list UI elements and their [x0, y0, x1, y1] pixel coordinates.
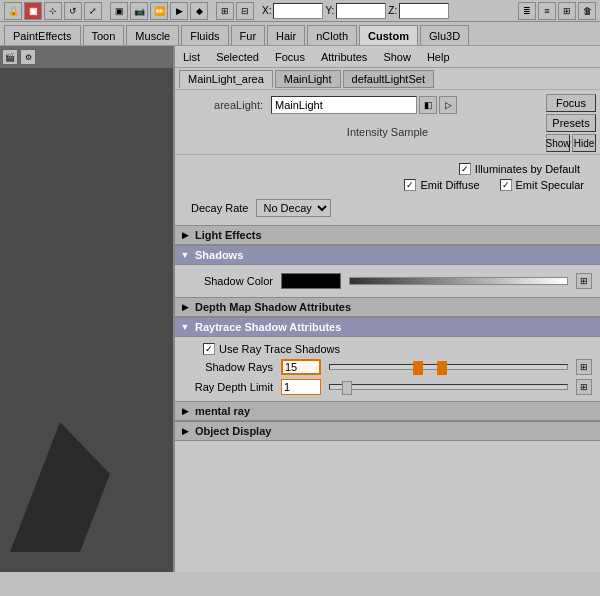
menu-show[interactable]: Show	[379, 49, 415, 65]
main-layout: 🎬 ⚙ List Selected Focus Attributes Show …	[0, 46, 600, 572]
mental-ray-header[interactable]: ▶ mental ray	[175, 401, 600, 421]
shadows-arrow: ▼	[179, 249, 191, 261]
step-icon[interactable]: ⊟	[236, 2, 254, 20]
viewport-btn2[interactable]: ⚙	[20, 49, 36, 65]
illuminates-label: Illuminates by Default	[475, 163, 580, 175]
object-display-header[interactable]: ▶ Object Display	[175, 421, 600, 441]
shadows-title: Shadows	[195, 249, 243, 261]
z-input[interactable]	[399, 3, 449, 19]
x-label: X:	[262, 5, 271, 16]
viewport-icon[interactable]: 🎬	[2, 49, 18, 65]
y-input[interactable]	[336, 3, 386, 19]
attr-tab-mainlight-area[interactable]: MainLight_area	[179, 70, 273, 88]
hide-button[interactable]: Hide	[572, 134, 596, 152]
attr-tabs-bar: MainLight_area MainLight defaultLightSet	[175, 68, 600, 90]
shadow-rays-thumb2[interactable]	[437, 361, 447, 375]
z-label: Z:	[388, 5, 397, 16]
object-display-arrow: ▶	[179, 425, 191, 437]
emit-specular-checkbox[interactable]	[500, 179, 512, 191]
presets-button[interactable]: Presets	[546, 114, 596, 132]
menu-tabs-bar: PaintEffects Toon Muscle Fluids Fur Hair…	[0, 22, 600, 46]
render-icon[interactable]: ▣	[110, 2, 128, 20]
x-input[interactable]	[273, 3, 323, 19]
grid-icon[interactable]: ⊞	[216, 2, 234, 20]
shadow-color-btn[interactable]: ⊞	[576, 273, 592, 289]
shadow-rays-btn[interactable]: ⊞	[576, 359, 592, 375]
tab-muscle[interactable]: Muscle	[126, 25, 179, 45]
emit-diffuse-row: Emit Diffuse	[404, 179, 479, 191]
menu-list[interactable]: List	[179, 49, 204, 65]
shadow-rays-track	[329, 364, 568, 370]
select-icon[interactable]: ▣	[24, 2, 42, 20]
decay-rate-row: Decay Rate No Decay Linear Quadratic Cub…	[183, 195, 592, 221]
area-light-btn1[interactable]: ◧	[419, 96, 437, 114]
anim-icon[interactable]: ⏩	[150, 2, 168, 20]
ray-depth-btn[interactable]: ⊞	[576, 379, 592, 395]
lock-icon[interactable]: 🔒	[4, 2, 22, 20]
mental-ray-title: mental ray	[195, 405, 250, 417]
raytrace-title: Raytrace Shadow Attributes	[195, 321, 341, 333]
light-effects-arrow: ▶	[179, 229, 191, 241]
ray-depth-track	[329, 384, 568, 390]
area-light-row: areaLight: ◧ ▷	[179, 96, 596, 114]
keyframe-icon[interactable]: ◆	[190, 2, 208, 20]
menu-focus[interactable]: Focus	[271, 49, 309, 65]
shadow-color-row: Shadow Color ⊞	[183, 269, 592, 293]
menu-attributes[interactable]: Attributes	[317, 49, 371, 65]
tab-custom[interactable]: Custom	[359, 25, 418, 45]
light-effects-header[interactable]: ▶ Light Effects	[175, 225, 600, 245]
menu-selected[interactable]: Selected	[212, 49, 263, 65]
tab-toon[interactable]: Toon	[83, 25, 125, 45]
area-light-btn2[interactable]: ▷	[439, 96, 457, 114]
scale-icon[interactable]: ⤢	[84, 2, 102, 20]
illuminates-row: Illuminates by Default	[459, 163, 580, 175]
emit-specular-row: Emit Specular	[500, 179, 584, 191]
3d-shape	[10, 422, 110, 552]
tab-glu3d[interactable]: Glu3D	[420, 25, 469, 45]
attr-content-scroll[interactable]: areaLight: ◧ ▷ Focus Presets Show Hide I…	[175, 90, 600, 572]
tab-painteffects[interactable]: PaintEffects	[4, 25, 81, 45]
use-raytrace-label: Use Ray Trace Shadows	[219, 343, 340, 355]
checks-section: Illuminates by Default Emit Diffuse Emit…	[175, 159, 600, 225]
ray-depth-input[interactable]	[281, 379, 321, 395]
shadow-rays-input[interactable]	[281, 359, 321, 375]
emit-diffuse-checkbox[interactable]	[404, 179, 416, 191]
shadows-header[interactable]: ▼ Shadows	[175, 245, 600, 265]
tab-fluids[interactable]: Fluids	[181, 25, 228, 45]
options-icon1[interactable]: ≣	[518, 2, 536, 20]
viewport-panel: 🎬 ⚙	[0, 46, 175, 572]
options-icon2[interactable]: ≡	[538, 2, 556, 20]
shadow-color-swatch[interactable]	[281, 273, 341, 289]
shadow-rays-thumb[interactable]	[413, 361, 423, 375]
menu-help[interactable]: Help	[423, 49, 454, 65]
playback-icon[interactable]: ▶	[170, 2, 188, 20]
illuminates-checkbox[interactable]	[459, 163, 471, 175]
depth-map-header[interactable]: ▶ Depth Map Shadow Attributes	[175, 297, 600, 317]
viewport-canvas	[0, 68, 173, 572]
viewport-toolbar: 🎬 ⚙	[0, 46, 173, 68]
rotate-icon[interactable]: ↺	[64, 2, 82, 20]
shadows-content: Shadow Color ⊞	[175, 265, 600, 297]
tab-ncloth[interactable]: nCloth	[307, 25, 357, 45]
shadow-rays-row: Shadow Rays ⊞	[183, 357, 592, 377]
trash-icon[interactable]: 🗑	[578, 2, 596, 20]
camera-icon[interactable]: 📷	[130, 2, 148, 20]
emit-diffuse-label: Emit Diffuse	[420, 179, 479, 191]
ray-depth-thumb[interactable]	[342, 381, 352, 395]
decay-rate-select[interactable]: No Decay Linear Quadratic Cubic	[256, 199, 331, 217]
tab-fur[interactable]: Fur	[231, 25, 266, 45]
tab-hair[interactable]: Hair	[267, 25, 305, 45]
attr-tab-mainlight[interactable]: MainLight	[275, 70, 341, 88]
use-raytrace-checkbox[interactable]	[203, 343, 215, 355]
attr-tab-default-lightset[interactable]: defaultLightSet	[343, 70, 434, 88]
area-light-input[interactable]	[271, 96, 417, 114]
attr-menubar: List Selected Focus Attributes Show Help	[175, 46, 600, 68]
show-button[interactable]: Show	[546, 134, 570, 152]
move-icon[interactable]: ⊹	[44, 2, 62, 20]
raytrace-header[interactable]: ▼ Raytrace Shadow Attributes	[175, 317, 600, 337]
options-icon3[interactable]: ⊞	[558, 2, 576, 20]
shadow-color-slider[interactable]	[349, 277, 568, 285]
focus-button[interactable]: Focus	[546, 94, 596, 112]
area-light-label: areaLight:	[183, 99, 263, 111]
raytrace-arrow: ▼	[179, 321, 191, 333]
